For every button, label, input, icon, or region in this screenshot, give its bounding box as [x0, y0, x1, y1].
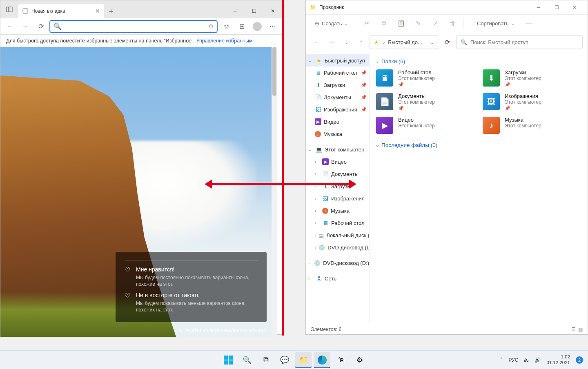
section-folders-header[interactable]: Папки (6)	[376, 58, 581, 64]
language-indicator[interactable]: РУС	[508, 357, 518, 363]
nav-up-button[interactable]: ↑	[355, 36, 367, 48]
search-button[interactable]: 🔍	[239, 352, 255, 368]
music-icon: ♪	[483, 117, 500, 134]
edge-taskbar-button[interactable]	[314, 352, 330, 368]
annotation-arrow-left	[207, 183, 283, 185]
minimize-button[interactable]: ─	[226, 4, 245, 18]
nav-history-button[interactable]: ⌄	[340, 36, 352, 48]
create-button[interactable]: ⊕ Создать ⌄	[311, 17, 352, 29]
tree-network[interactable]: ›🖧Сеть	[306, 272, 369, 285]
cut-button[interactable]: ✂	[360, 17, 373, 29]
exit-fullscreen-button[interactable]: ⤡ Выйти из полноэкранного режима	[178, 327, 267, 333]
tree-pc-music[interactable]: ›♪Музыка	[306, 205, 369, 217]
feedback-dislike-row[interactable]: ♡ Не в восторге от такого. Мы будем пока…	[125, 292, 258, 313]
tree-dvd[interactable]: ›💿DVD-дисковод (D:	[306, 241, 369, 253]
tree-documents[interactable]: 📄Документы📌	[306, 91, 369, 103]
paste-button[interactable]: 📋	[394, 17, 408, 29]
more-button[interactable]: ⋯	[266, 20, 280, 33]
status-text: Элементов: 6	[311, 327, 341, 332]
store-button[interactable]: 🛍	[333, 352, 349, 368]
share-button[interactable]: ↗	[429, 17, 442, 29]
tree-desktop[interactable]: 🖥Рабочий стол📌	[306, 67, 369, 79]
folder-documents[interactable]: 📄ДокументыЭтот компьютер📌	[376, 93, 474, 111]
settings-button[interactable]: ⚙	[352, 352, 368, 368]
more-button[interactable]: ⋯	[523, 17, 536, 29]
minimize-button[interactable]: ─	[530, 1, 548, 13]
search-input[interactable]	[470, 39, 578, 45]
tab-actions-button[interactable]	[0, 0, 18, 18]
copy-button[interactable]: ⧉	[377, 17, 390, 29]
close-button[interactable]: ✕	[263, 4, 282, 18]
task-view-button[interactable]: ⧉	[258, 352, 274, 368]
videos-icon: ▶	[376, 117, 393, 134]
new-tab-button[interactable]: ＋	[104, 4, 118, 18]
tree-videos[interactable]: ▶Видео	[306, 116, 369, 128]
explorer-titlebar: 📁 Проводник ─ ☐ ✕	[306, 0, 588, 14]
maximize-button[interactable]: ☐	[548, 1, 566, 13]
manage-favorites-link[interactable]: Управление избранным	[196, 38, 253, 44]
folder-desktop[interactable]: 🖥Рабочий столЭтот компьютер📌	[376, 69, 474, 87]
feedback-like-sub: Мы будем постоянно показывать варианты ф…	[136, 274, 258, 287]
maximize-button[interactable]: ☐	[245, 4, 263, 18]
nav-forward-button[interactable]: →	[325, 36, 338, 48]
chat-button[interactable]: 💬	[276, 352, 293, 368]
section-recent-header[interactable]: Последние файлы (0)	[376, 142, 581, 148]
start-button[interactable]	[220, 352, 236, 368]
tree-dvd-root[interactable]: ›💿DVD-дисковод (D:)	[306, 257, 369, 269]
delete-button[interactable]: 🗑	[446, 17, 459, 29]
clock[interactable]: 1:02 01.12.2021	[546, 354, 570, 365]
explorer-nav: ← → ⌄ ↑ ★ › Быстрый до... ⌄ ⟳ 🔍	[306, 32, 588, 52]
feedback-like-row[interactable]: ♡ Мне нравится! Мы будем постоянно показ…	[125, 266, 258, 287]
favorites-button[interactable]: ✩	[219, 20, 233, 33]
pin-icon: 📌	[505, 82, 541, 87]
nav-back-button[interactable]: ←	[3, 20, 17, 33]
tree-pc-documents[interactable]: ›📄Документы	[306, 168, 369, 180]
tree-pc-desktop[interactable]: ›🖥Рабочий стол	[306, 217, 369, 229]
tree-local-disk[interactable]: ›🖴Локальный диск (	[306, 229, 369, 241]
explorer-taskbar-button[interactable]: 📁	[295, 352, 312, 368]
chevron-down-icon[interactable]: ⌄	[430, 39, 434, 45]
tree-pc-videos[interactable]: ›▶Видео	[306, 156, 369, 168]
folder-pictures[interactable]: 🖼ИзображенияЭтот компьютер📌	[483, 93, 581, 111]
hero-scrollbar[interactable]	[272, 47, 277, 337]
sort-button[interactable]: ↕ Сортировать ⌄	[468, 17, 518, 29]
notification-badge[interactable]: 2	[576, 356, 583, 364]
browser-tab[interactable]: Новая вкладка ✕	[18, 4, 104, 18]
snap-divider[interactable]	[282, 0, 284, 336]
explorer-search[interactable]: 🔍	[456, 35, 583, 49]
explorer-app-icon: 📁	[310, 4, 316, 10]
refresh-button[interactable]: ⟳	[441, 36, 454, 49]
address-bar[interactable]: 🔍 ✩	[49, 20, 218, 33]
volume-icon[interactable]: 🔊	[535, 357, 541, 363]
pin-icon: 📌	[398, 82, 435, 87]
rename-button[interactable]: ✎	[412, 17, 425, 29]
tree-pc-pictures[interactable]: ›🖼Изображения	[306, 192, 369, 205]
reload-button[interactable]: ⟳	[34, 20, 48, 33]
folder-videos[interactable]: ▶ВидеоЭтот компьютер	[376, 117, 474, 134]
page-icon	[22, 8, 28, 14]
tree-this-pc[interactable]: ⌄💻Этот компьютер	[306, 143, 369, 156]
address-input[interactable]	[64, 23, 206, 29]
nav-forward-button[interactable]: →	[18, 20, 32, 33]
view-details-button[interactable]: ☰	[571, 327, 576, 332]
tree-pictures[interactable]: 🖼Изображения📌	[306, 103, 369, 116]
favorite-star-icon[interactable]: ✩	[208, 22, 214, 30]
heart-icon: ♡	[125, 266, 130, 274]
collections-button[interactable]: ⊞	[235, 20, 249, 33]
breadcrumb-bar[interactable]: ★ › Быстрый до... ⌄	[370, 35, 438, 49]
tab-close-icon[interactable]: ✕	[95, 8, 100, 14]
profile-button[interactable]	[250, 20, 264, 33]
folder-downloads[interactable]: ⬇ЗагрузкиЭтот компьютер📌	[483, 69, 581, 87]
explorer-statusbar: Элементов: 6 ☰ ▦	[306, 324, 588, 334]
star-icon: ★	[373, 39, 380, 45]
tree-music[interactable]: ♪Музыка	[306, 128, 369, 140]
folder-music[interactable]: ♪МузыкаЭтот компьютер	[483, 117, 581, 134]
tree-downloads[interactable]: ⬇Загрузки📌	[306, 79, 369, 91]
close-button[interactable]: ✕	[566, 1, 584, 13]
network-icon[interactable]: 🖧	[524, 357, 529, 363]
nav-back-button[interactable]: ←	[311, 36, 323, 48]
tray-chevron-icon[interactable]: ˄	[500, 357, 503, 363]
tree-quick-access[interactable]: ⌄★Быстрый доступ	[306, 54, 369, 67]
plus-circle-icon: ⊕	[315, 20, 319, 27]
view-tiles-button[interactable]: ▦	[578, 327, 583, 332]
